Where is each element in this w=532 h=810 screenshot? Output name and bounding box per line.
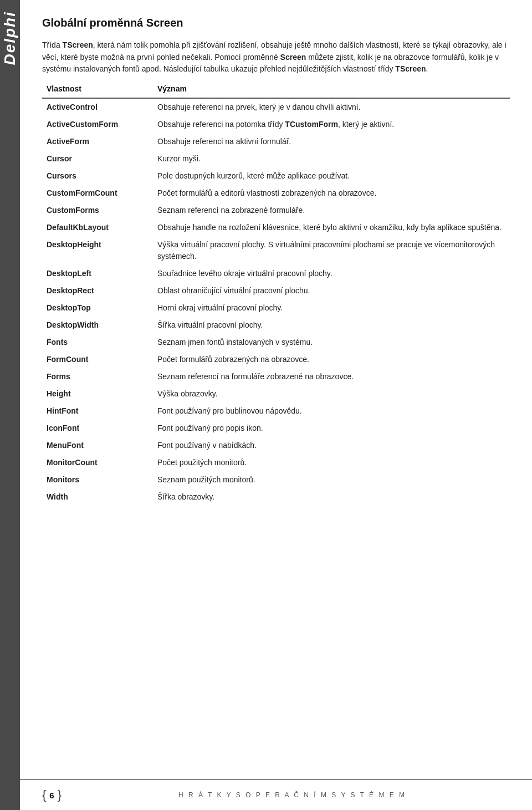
property-name: DesktopRect xyxy=(42,282,153,299)
table-row: CustomFormsSeznam referencí na zobrazené… xyxy=(42,202,510,219)
property-name: Monitors xyxy=(42,471,153,488)
col-header-meaning: Význam xyxy=(153,81,510,98)
property-description: Font používaný pro bublinovou nápovědu. xyxy=(153,403,510,420)
property-name: DefaultKbLayout xyxy=(42,219,153,236)
table-row: ActiveFormObsahuje referenci na aktivní … xyxy=(42,133,510,150)
property-name: Width xyxy=(42,488,153,506)
table-row: DesktopTopHorní okraj virtuální pracovní… xyxy=(42,299,510,317)
property-name: HintFont xyxy=(42,403,153,420)
property-description: Font používaný v nabídkách. xyxy=(153,437,510,454)
table-row: DesktopWidthŠířka virtuální pracovní plo… xyxy=(42,317,510,334)
brace-right: } xyxy=(58,788,62,802)
property-description: Počet formulářů a editorů vlastností zob… xyxy=(153,185,510,202)
property-name: DesktopLeft xyxy=(42,265,153,282)
delphi-sidebar: Delphi xyxy=(0,0,20,810)
footer-chapter: H R Á T K Y S O P E R A Č N Í M S Y S T … xyxy=(75,791,510,799)
delphi-label: Delphi xyxy=(1,11,19,65)
property-name: MenuFont xyxy=(42,437,153,454)
page-number-box: { 6 } xyxy=(42,788,62,802)
property-description: Oblast ohraničující virtuální pracovní p… xyxy=(153,282,510,299)
property-name: Cursors xyxy=(42,167,153,185)
intro-paragraph: Třída TScreen, která nám tolik pomohla p… xyxy=(42,39,510,75)
table-row: ActiveCustomFormObsahuje referenci na po… xyxy=(42,116,510,133)
property-name: Forms xyxy=(42,368,153,385)
properties-table: Vlastnost Význam ActiveControlObsahuje r… xyxy=(42,81,510,506)
page-title: Globální proměnná Screen xyxy=(42,17,510,29)
property-name: IconFont xyxy=(42,420,153,437)
property-description: Seznam referencí na formuláře zobrazené … xyxy=(153,368,510,385)
property-description: Seznam jmen fontů instalovaných v systém… xyxy=(153,334,510,351)
property-name: DesktopHeight xyxy=(42,236,153,265)
property-name: MonitorCount xyxy=(42,454,153,471)
table-row: CursorKurzor myši. xyxy=(42,150,510,167)
page-number: 6 xyxy=(46,791,57,800)
table-row: MenuFontFont používaný v nabídkách. xyxy=(42,437,510,454)
property-description: Pole dostupných kurzorů, které může apli… xyxy=(153,167,510,185)
col-header-property: Vlastnost xyxy=(42,81,153,98)
table-row: CustomFormCountPočet formulářů a editorů… xyxy=(42,185,510,202)
property-description: Počet formulářů zobrazených na obrazovce… xyxy=(153,351,510,368)
property-description: Seznam použitých monitorů. xyxy=(153,471,510,488)
table-row: DesktopLeftSouřadnice levého okraje virt… xyxy=(42,265,510,282)
property-name: ActiveCustomForm xyxy=(42,116,153,133)
table-row: IconFontFont používaný pro popis ikon. xyxy=(42,420,510,437)
table-row: DesktopRectOblast ohraničující virtuální… xyxy=(42,282,510,299)
table-row: FormsSeznam referencí na formuláře zobra… xyxy=(42,368,510,385)
property-name: Height xyxy=(42,385,153,403)
property-name: ActiveControl xyxy=(42,98,153,116)
property-name: CustomForms xyxy=(42,202,153,219)
table-row: HeightVýška obrazovky. xyxy=(42,385,510,403)
table-row: HintFontFont používaný pro bublinovou ná… xyxy=(42,403,510,420)
property-description: Šířka obrazovky. xyxy=(153,488,510,506)
property-name: DesktopWidth xyxy=(42,317,153,334)
property-description: Šířka virtuální pracovní plochy. xyxy=(153,317,510,334)
property-description: Souřadnice levého okraje virtuální praco… xyxy=(153,265,510,282)
table-row: FormCountPočet formulářů zobrazených na … xyxy=(42,351,510,368)
table-header-row: Vlastnost Význam xyxy=(42,81,510,98)
footer-bar: { 6 } H R Á T K Y S O P E R A Č N Í M S … xyxy=(20,779,532,810)
property-name: CustomFormCount xyxy=(42,185,153,202)
property-name: DesktopTop xyxy=(42,299,153,317)
property-description: Seznam referencí na zobrazené formuláře. xyxy=(153,202,510,219)
property-name: ActiveForm xyxy=(42,133,153,150)
property-name: Fonts xyxy=(42,334,153,351)
property-description: Kurzor myši. xyxy=(153,150,510,167)
property-description: Obsahuje referenci na prvek, který je v … xyxy=(153,98,510,116)
main-content: Globální proměnná Screen Třída TScreen, … xyxy=(20,0,532,539)
property-description: Obsahuje referenci na potomka třídy TCus… xyxy=(153,116,510,133)
table-row: DesktopHeightVýška virtuální pracovní pl… xyxy=(42,236,510,265)
property-description: Font používaný pro popis ikon. xyxy=(153,420,510,437)
property-description: Obsahuje referenci na aktivní formulář. xyxy=(153,133,510,150)
table-row: ActiveControlObsahuje referenci na prvek… xyxy=(42,98,510,116)
brace-left: { xyxy=(42,788,46,802)
table-row: WidthŠířka obrazovky. xyxy=(42,488,510,506)
property-description: Horní okraj virtuální pracovní plochy. xyxy=(153,299,510,317)
property-name: Cursor xyxy=(42,150,153,167)
property-description: Výška obrazovky. xyxy=(153,385,510,403)
table-row: MonitorsSeznam použitých monitorů. xyxy=(42,471,510,488)
table-row: FontsSeznam jmen fontů instalovaných v s… xyxy=(42,334,510,351)
property-description: Počet použitých monitorů. xyxy=(153,454,510,471)
property-description: Obsahuje handle na rozložení klávesnice,… xyxy=(153,219,510,236)
table-row: MonitorCountPočet použitých monitorů. xyxy=(42,454,510,471)
property-description: Výška virtuální pracovní plochy. S virtu… xyxy=(153,236,510,265)
table-row: CursorsPole dostupných kurzorů, které mů… xyxy=(42,167,510,185)
table-row: DefaultKbLayoutObsahuje handle na rozlož… xyxy=(42,219,510,236)
property-name: FormCount xyxy=(42,351,153,368)
